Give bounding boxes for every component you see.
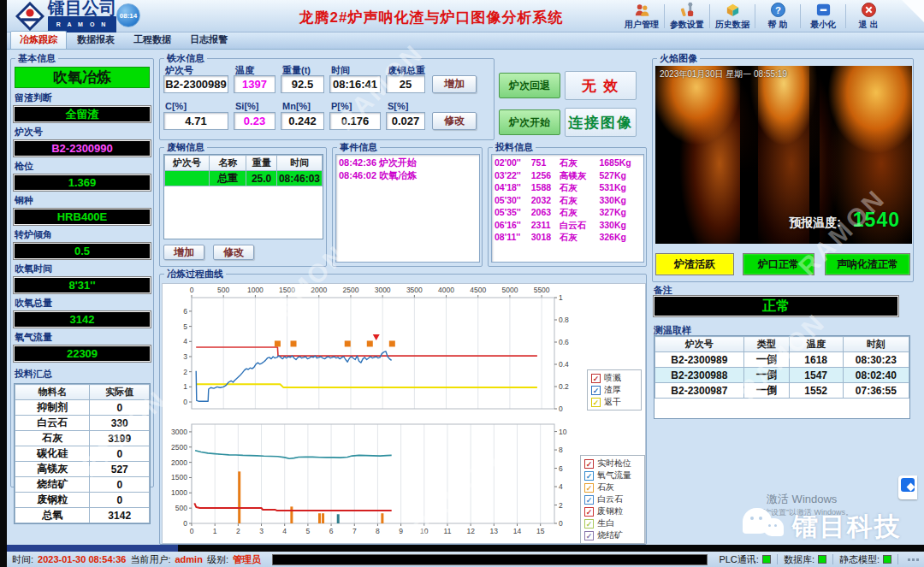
hot-metal-field-value[interactable]: 4.71 bbox=[163, 112, 228, 130]
hot-metal-field-value[interactable]: 92.5 bbox=[281, 75, 324, 93]
table-cell: 总重 bbox=[210, 171, 246, 186]
hot-metal-field-value[interactable]: 0.23 bbox=[234, 112, 275, 130]
status-bar: 时间: 2023-01-30 08:54:36 当前用户: admin 级别: … bbox=[7, 552, 924, 567]
toolbar-button-4[interactable]: ?帮 助 bbox=[756, 1, 799, 32]
table-row[interactable]: B2-2300989一倒161808:30:23 bbox=[655, 352, 909, 368]
invalid-button[interactable]: 无 效 bbox=[565, 71, 637, 100]
legend-checkbox[interactable]: ✓ bbox=[584, 531, 594, 540]
hot-metal-field-value[interactable]: 0.027 bbox=[386, 112, 425, 130]
hot-metal-field-value[interactable]: 25 bbox=[386, 75, 425, 93]
resize-grip[interactable] bbox=[908, 558, 919, 561]
toolbar-button-6[interactable]: 退 出 bbox=[847, 1, 890, 32]
table-row[interactable]: 总氧3142 bbox=[15, 508, 150, 523]
table-row[interactable]: 总重25.008:46:03 bbox=[165, 171, 323, 186]
legend-checkbox[interactable]: ✓ bbox=[584, 459, 594, 469]
tab-3[interactable]: 工程数据 bbox=[125, 32, 180, 49]
legend-checkbox[interactable]: ✓ bbox=[584, 483, 594, 493]
legend-item[interactable]: ✓实时枪位 bbox=[584, 458, 641, 469]
feeding-item-field: 2311 bbox=[531, 219, 560, 232]
legend-item[interactable]: ✓氧气流量 bbox=[584, 470, 641, 481]
svg-text:4: 4 bbox=[559, 482, 563, 491]
wechat-icon-small bbox=[763, 518, 784, 536]
legend-item[interactable]: ✓返干 bbox=[591, 397, 637, 407]
legend-checkbox[interactable]: ✓ bbox=[584, 519, 594, 529]
hot-metal-field-value[interactable]: 1397 bbox=[234, 75, 275, 93]
legend-item[interactable]: ✓生白 bbox=[584, 518, 641, 529]
legend-label: 渣厚 bbox=[604, 384, 621, 396]
blow-oxygen-mode-button[interactable]: 吹氧冶炼 bbox=[15, 67, 150, 88]
legend-item[interactable]: ✓白云石 bbox=[584, 494, 641, 505]
legend-label: 废钢粒 bbox=[597, 505, 623, 517]
heat-rollback-button[interactable]: 炉次回退 bbox=[499, 73, 560, 98]
svg-text:1000: 1000 bbox=[247, 286, 264, 294]
legend-label: 石灰 bbox=[597, 481, 614, 493]
legend-checkbox[interactable]: ✓ bbox=[591, 398, 601, 407]
svg-text:4000: 4000 bbox=[438, 286, 454, 294]
svg-text:2000: 2000 bbox=[171, 458, 187, 467]
tab-1[interactable]: 冶炼跟踪 bbox=[10, 31, 67, 49]
minimize-icon bbox=[815, 2, 832, 18]
status-indicator: 静态模型: bbox=[839, 553, 891, 566]
svg-text:3: 3 bbox=[183, 352, 187, 361]
hot-metal-field-value[interactable]: 08:16:41 bbox=[329, 75, 381, 93]
tab-4[interactable]: 日志报警 bbox=[181, 32, 236, 49]
legend-item[interactable]: ✓烧结矿 bbox=[584, 530, 641, 540]
svg-text:0: 0 bbox=[190, 286, 194, 294]
flame-separator bbox=[740, 66, 758, 244]
toolbar-button-3[interactable]: 历史数据 bbox=[711, 1, 754, 32]
legend-checkbox[interactable]: ✓ bbox=[584, 507, 594, 517]
table-cell: 一倒 bbox=[743, 383, 789, 399]
connect-image-button[interactable]: 连接图像 bbox=[565, 108, 637, 137]
toolbar-separator bbox=[755, 4, 755, 28]
scrap-edit-button[interactable]: 修改 bbox=[213, 245, 254, 260]
svg-text:0.4: 0.4 bbox=[559, 360, 569, 369]
legend-checkbox[interactable]: ✓ bbox=[584, 471, 594, 481]
basic-field-value: 8'31'' bbox=[14, 277, 151, 293]
scrap-add-button[interactable]: 增加 bbox=[163, 245, 204, 260]
svg-text:4500: 4500 bbox=[470, 286, 486, 294]
brand-watermark: 镭目科技 bbox=[743, 503, 914, 547]
level-value: 管理员 bbox=[233, 553, 261, 566]
logo-text: 镭目公司 R A M O N bbox=[48, 0, 116, 33]
hot-metal-field-value[interactable]: 0.242 bbox=[281, 112, 324, 130]
hot-metal-field-value[interactable]: B2-2300989 bbox=[163, 75, 228, 93]
remote-tool-icon[interactable] bbox=[898, 475, 917, 499]
hot-metal-edit-button[interactable]: 修改 bbox=[432, 112, 477, 130]
legend-item[interactable]: ✓石灰 bbox=[584, 482, 641, 493]
status-button-1[interactable]: 炉渣活跃 bbox=[655, 253, 734, 275]
feeding-item-field: 1256 bbox=[531, 169, 560, 182]
flame-image-group: 火焰图像 2023年01月30日 星期一 08:55:19 预报温度: 1540 bbox=[652, 58, 914, 282]
svg-text:11: 11 bbox=[444, 527, 452, 535]
table-row[interactable]: B2-2300987一倒155207:36:55 bbox=[655, 383, 909, 399]
hot-metal-add-button[interactable]: 增加 bbox=[432, 75, 477, 93]
status-button-3[interactable]: 声呐化渣正常 bbox=[825, 253, 910, 275]
table-row[interactable]: 烧结矿0 bbox=[15, 477, 150, 493]
legend-checkbox[interactable]: ✓ bbox=[591, 374, 601, 383]
legend-checkbox[interactable]: ✓ bbox=[591, 386, 601, 395]
legend-label: 生白 bbox=[597, 517, 614, 529]
status-button-2[interactable]: 炉口正常 bbox=[743, 253, 814, 275]
table-row[interactable]: B2-2300988一倒154708:02:40 bbox=[655, 368, 909, 383]
toolbar-button-2[interactable]: 参数设置 bbox=[666, 1, 708, 32]
legend-item[interactable]: ✓渣厚 bbox=[591, 385, 637, 395]
legend-checkbox[interactable]: ✓ bbox=[584, 495, 594, 505]
legend-item[interactable]: ✓喷溅 bbox=[591, 373, 637, 383]
column-header: 炉次号 bbox=[655, 337, 744, 352]
hot-metal-grid: 炉次号B2-2300989温度1397重量(t)92.5时间08:16:41废钢… bbox=[160, 59, 494, 139]
table-row[interactable]: 碳化硅0 bbox=[15, 446, 150, 462]
table-row[interactable]: 石灰3199 bbox=[15, 431, 150, 446]
basic-field-label: 钢种 bbox=[15, 194, 153, 207]
toolbar-button-5[interactable]: 最小化 bbox=[802, 1, 844, 32]
toolbar-button-1[interactable]: 用户管理 bbox=[620, 1, 663, 32]
heat-start-button[interactable]: 炉次开始 bbox=[499, 109, 560, 135]
svg-text:10: 10 bbox=[559, 428, 567, 436]
table-row[interactable]: 高镁灰527 bbox=[15, 462, 150, 477]
tab-2[interactable]: 数据报表 bbox=[68, 32, 123, 49]
table-row[interactable]: 废钢粒0 bbox=[15, 493, 150, 508]
hot-metal-field-value[interactable]: 0.176 bbox=[329, 112, 381, 130]
table-row[interactable]: 白云石330 bbox=[15, 416, 150, 431]
toolbar-button-label: 用户管理 bbox=[625, 19, 659, 31]
legend-item[interactable]: ✓废钢粒 bbox=[584, 506, 641, 517]
basic-field-value: 0.5 bbox=[14, 243, 151, 259]
table-row[interactable]: 抑制剂0 bbox=[15, 400, 150, 416]
